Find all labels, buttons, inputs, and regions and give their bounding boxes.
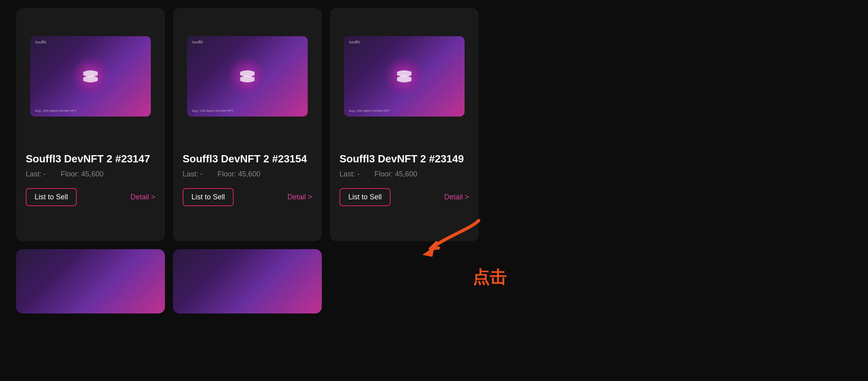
list-to-sell-button-3[interactable]: List to Sell <box>339 188 391 206</box>
floor-label-2: Floor: <box>218 170 236 178</box>
last-label-3: Last: <box>339 170 355 178</box>
card-actions-1: List to Sell Detail > <box>26 188 155 206</box>
card-content-2: Souffl3 DevNFT 2 #23154 Last: - Floor: 4… <box>173 145 322 214</box>
nft-label-2: Souffl3 <box>192 40 203 44</box>
nft-logo-1 <box>80 65 101 88</box>
annotation-text: 点击 <box>473 266 506 289</box>
last-label-1: Last: <box>26 170 41 178</box>
card-title-1: Souffl3 DevNFT 2 #23147 <box>26 153 155 165</box>
list-to-sell-button-1[interactable]: List to Sell <box>26 188 77 206</box>
nft-card-2: Souffl3 Aug. 12th Aptos DevNet NFT Souff… <box>173 8 322 241</box>
card-stub-1 <box>16 249 165 313</box>
card-actions-2: List to Sell Detail > <box>183 188 312 206</box>
card-meta-2: Last: - Floor: 45,600 <box>183 170 312 178</box>
floor-label-1: Floor: <box>61 170 79 178</box>
nft-image-2: Souffl3 Aug. 12th Aptos DevNet NFT <box>187 36 308 117</box>
floor-value-1: 45,600 <box>81 170 103 178</box>
nft-footer-1: Aug. 12th Aptos DevNet NFT <box>35 109 76 113</box>
card-stub-image-1 <box>16 249 165 313</box>
list-to-sell-button-2[interactable]: List to Sell <box>183 188 234 206</box>
bottom-row <box>0 249 868 313</box>
card-image-wrapper-1: Souffl3 Aug. 12th Aptos DevNet NFT <box>16 8 165 145</box>
nft-image-3: Souffl3 Aug. 12th Aptos DevNet NFT <box>344 36 465 117</box>
last-value-1: - <box>43 170 46 178</box>
nft-logo-3 <box>394 65 415 88</box>
card-meta-1: Last: - Floor: 45,600 <box>26 170 155 178</box>
nft-grid: Souffl3 Aug. 12th Aptos DevNet NFT Souff… <box>0 0 868 249</box>
last-value-2: - <box>200 170 203 178</box>
card-meta-3: Last: - Floor: 45,600 <box>339 170 469 178</box>
floor-value-3: 45,600 <box>395 170 417 178</box>
nft-label-3: Souffl3 <box>349 40 360 44</box>
last-label-2: Last: <box>183 170 198 178</box>
nft-card-3: Souffl3 Aug. 12th Aptos DevNet NFT Souff… <box>330 8 479 241</box>
nft-logo-2 <box>237 65 258 88</box>
nft-card-1: Souffl3 Aug. 12th Aptos DevNet NFT Souff… <box>16 8 165 241</box>
detail-button-3[interactable]: Detail > <box>444 193 469 201</box>
card-content-3: Souffl3 DevNFT 2 #23149 Last: - Floor: 4… <box>330 145 479 214</box>
detail-button-1[interactable]: Detail > <box>130 193 155 201</box>
card-stub-image-2 <box>173 249 322 313</box>
floor-value-2: 45,600 <box>238 170 260 178</box>
card-title-2: Souffl3 DevNFT 2 #23154 <box>183 153 312 165</box>
nft-footer-2: Aug. 12th Aptos DevNet NFT <box>192 109 233 113</box>
card-image-wrapper-2: Souffl3 Aug. 12th Aptos DevNet NFT <box>173 8 322 145</box>
card-content-1: Souffl3 DevNFT 2 #23147 Last: - Floor: 4… <box>16 145 165 214</box>
card-actions-3: List to Sell Detail > <box>339 188 469 206</box>
card-image-wrapper-3: Souffl3 Aug. 12th Aptos DevNet NFT <box>330 8 479 145</box>
card-stub-2 <box>173 249 322 313</box>
nft-footer-3: Aug. 12th Aptos DevNet NFT <box>349 109 390 113</box>
floor-label-3: Floor: <box>374 170 393 178</box>
nft-image-1: Souffl3 Aug. 12th Aptos DevNet NFT <box>30 36 151 117</box>
detail-button-2[interactable]: Detail > <box>287 193 312 201</box>
last-value-3: - <box>357 170 360 178</box>
nft-label-1: Souffl3 <box>35 40 46 44</box>
card-title-3: Souffl3 DevNFT 2 #23149 <box>339 153 469 165</box>
